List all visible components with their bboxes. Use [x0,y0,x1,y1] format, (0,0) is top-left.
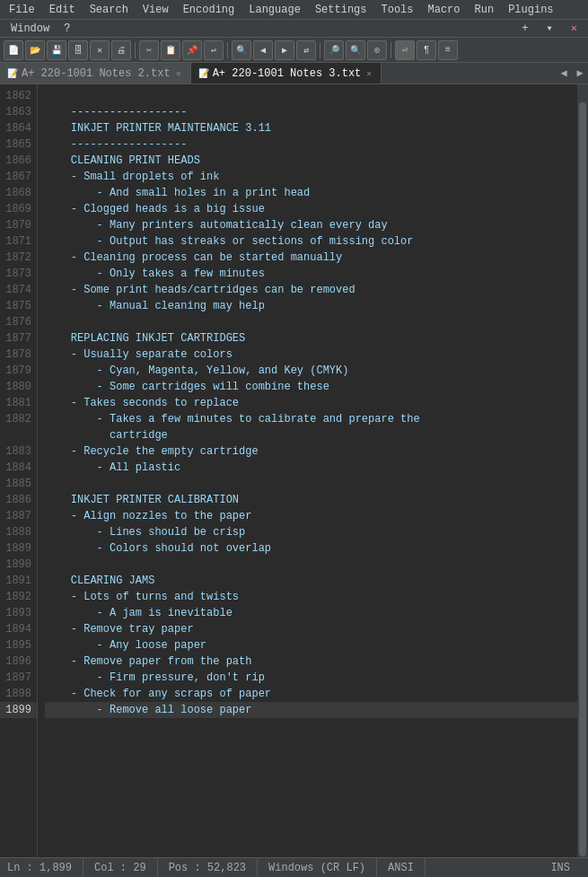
find-prev-btn[interactable]: ◀ [253,40,273,60]
ln-1866: 1866 [0,153,37,169]
menu-run[interactable]: Run [468,2,502,18]
ln-1899: 1899 [0,702,37,718]
window-dropdown-btn[interactable]: ▾ [540,20,560,37]
code-line-1887: - Align nozzles to the paper [45,508,577,524]
code-line-1886: INKJET PRINTER CALIBRATION [45,492,577,508]
ln-1898: 1898 [0,686,37,702]
ln-1867: 1867 [0,169,37,185]
save-file-btn[interactable]: 💾 [47,40,66,60]
menu-edit[interactable]: Edit [42,2,83,18]
tab-notes3-close[interactable]: ✕ [364,68,373,79]
ln-1877: 1877 [0,330,37,346]
paste-btn[interactable]: 📌 [182,40,202,60]
ln-1870: 1870 [0,217,37,233]
code-line-1871: - Output has streaks or sections of miss… [45,233,577,250]
ln-1891: 1891 [0,573,37,589]
zoom-reset-btn[interactable]: ⊙ [367,40,387,60]
ln-1893: 1893 [0,605,37,621]
print-btn[interactable]: 🖨 [111,40,131,60]
zoom-in-btn[interactable]: 🔎 [324,40,344,60]
copy-btn[interactable]: 📋 [161,40,180,60]
ln-1869: 1869 [0,201,37,217]
word-wrap-btn[interactable]: ⏎ [395,40,415,60]
scrollbar[interactable] [577,84,588,857]
menu-search[interactable]: Search [83,2,136,18]
status-bar: Ln : 1,899 Col : 29 Pos : 52,823 Windows… [0,857,588,877]
zoom-out-btn[interactable]: 🔍 [346,40,365,60]
menu-tools[interactable]: Tools [373,2,420,18]
ln-1895: 1895 [0,637,37,653]
code-line-1893: - A jam is inevitable [45,605,577,621]
menu-file[interactable]: File [2,2,42,18]
code-area[interactable]: ------------------ INKJET PRINTER MAINTE… [38,84,577,857]
show-symbol-btn[interactable]: ¶ [417,40,436,60]
ln-1897: 1897 [0,670,37,686]
tab-prev-btn[interactable]: ◀ [556,64,572,83]
status-encoding[interactable]: ANSI [377,858,426,877]
indent-guide-btn[interactable]: ≡ [438,40,458,60]
code-line-1873: - Only takes a few minutes [45,266,577,282]
undo-btn[interactable]: ↩ [204,40,224,60]
ln-1887: 1887 [0,508,37,524]
ln-wrap: · [0,427,37,443]
ln-1892: 1892 [0,589,37,605]
save-all-btn[interactable]: 🗄 [68,40,88,60]
code-line-1899: - Remove all loose paper [45,702,577,718]
find-next-btn[interactable]: ▶ [275,40,294,60]
menu-bar: File Edit Search View Encoding Language … [0,0,588,20]
new-window-btn[interactable]: + [514,21,535,37]
tabs-bar: 📝 A+ 220-1001 Notes 2.txt ✕ 📝 A+ 220-100… [0,63,588,84]
code-line-1896: - Remove paper from the path [45,653,577,670]
open-file-btn[interactable]: 📂 [25,40,45,60]
menu-encoding[interactable]: Encoding [176,2,242,18]
code-line-1879: - Cyan, Magenta, Yellow, and Key (CMYK) [45,363,577,379]
code-line-1895: - Any loose paper [45,637,577,653]
code-line-1874: - Some print heads/cartridges can be rem… [45,282,577,298]
menu-view[interactable]: View [136,2,176,18]
menu-macro[interactable]: Macro [421,2,468,18]
tab-notes2-close[interactable]: ✕ [174,68,183,79]
tab-notes3[interactable]: 📝 A+ 220-1001 Notes 3.txt ✕ [191,63,382,83]
close-file-btn[interactable]: ✕ [90,40,110,60]
ln-1862: 1862 [0,88,37,104]
ln-1875: 1875 [0,298,37,314]
tab-next-btn[interactable]: ▶ [572,64,588,83]
ln-1868: 1868 [0,185,37,201]
code-line-1869: - Clogged heads is a big issue [45,201,577,217]
code-line-1868: - And small holes in a print head [45,185,577,201]
code-line-1883: - Recycle the empty cartridge [45,443,577,460]
toolbar-sep3 [320,42,320,58]
ln-1890: 1890 [0,557,37,573]
ln-1871: 1871 [0,233,37,250]
find-btn[interactable]: 🔍 [232,40,251,60]
toolbar-sep2 [227,42,228,58]
find-replace-btn[interactable]: ⇄ [296,40,316,60]
code-line-1870: - Many printers automatically clean ever… [45,217,577,233]
line-numbers: 1862 1863 1864 1865 1866 1867 1868 1869 … [0,84,38,857]
code-line-1884: - All plastic [45,460,577,476]
code-line-1882b: cartridge [45,427,577,443]
menu-window[interactable]: Window [4,21,57,37]
close-window-btn[interactable]: ✕ [564,20,584,37]
menu-plugins[interactable]: Plugins [501,2,560,18]
status-eol[interactable]: Windows (CR LF) [258,858,377,877]
code-line-1890 [45,557,577,573]
code-line-1862 [45,88,577,104]
menu-settings[interactable]: Settings [308,2,374,18]
status-col: Col : 29 [83,858,158,877]
cut-btn[interactable]: ✂ [139,40,159,60]
status-ins[interactable]: INS [540,858,581,877]
code-line-1888: - Lines should be crisp [45,524,577,540]
code-line-1876 [45,314,577,330]
window-row: Window ? + ▾ ✕ [0,20,588,38]
new-file-btn[interactable]: 📄 [4,40,23,60]
code-line-1882: - Takes a few minutes to calibrate and p… [45,411,577,427]
code-line-1897: - Firm pressure, don't rip [45,670,577,686]
ln-1865: 1865 [0,136,37,153]
menu-help[interactable]: ? [57,21,77,37]
menu-language[interactable]: Language [241,2,308,18]
scroll-thumb[interactable] [579,102,586,856]
ln-1874: 1874 [0,282,37,298]
tab-notes2[interactable]: 📝 A+ 220-1001 Notes 2.txt ✕ [0,63,191,83]
code-line-1891: CLEARING JAMS [45,573,577,589]
